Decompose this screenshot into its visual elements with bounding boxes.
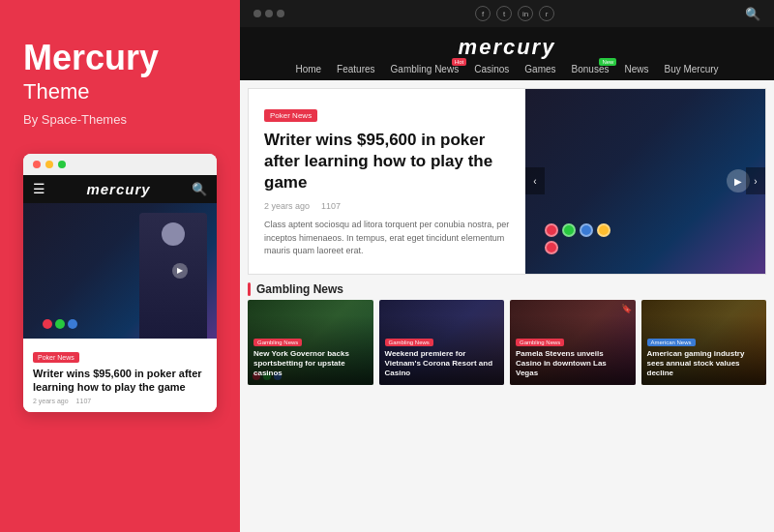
theme-title: Mercury xyxy=(23,39,217,77)
site-dot-1 xyxy=(253,10,261,17)
site-logo: mercury xyxy=(240,35,774,60)
left-panel: Mercury Theme By Space-Themes ☰ mercury … xyxy=(0,0,240,532)
news-card-2-overlay: Gambling News Weekend premiere for Vietn… xyxy=(379,315,505,385)
hamburger-icon[interactable]: ☰ xyxy=(33,181,45,196)
bookmark-icon[interactable]: 🔖 xyxy=(621,304,632,313)
featured-prev-button[interactable]: ‹ xyxy=(525,167,545,194)
site-dot-3 xyxy=(277,10,284,17)
news-card-1-overlay: Gambling News New York Governor backs sp… xyxy=(248,315,373,385)
instagram-icon[interactable]: in xyxy=(518,6,533,21)
mini-article-tag: Poker News xyxy=(33,352,79,363)
mini-search-icon[interactable]: 🔍 xyxy=(192,182,207,196)
news-card-3-title: Pamela Stevens unveils Casino in downtow… xyxy=(516,349,630,379)
mini-browser-bar xyxy=(23,154,217,175)
section-title: Gambling News xyxy=(256,282,343,296)
nav-item-news[interactable]: News xyxy=(624,64,648,74)
site-bar-dots xyxy=(253,10,284,17)
rss-icon[interactable]: r xyxy=(539,6,554,21)
news-card-3[interactable]: 🔖 Gambling News Pamela Stevens unveils C… xyxy=(510,300,636,385)
featured-next-button[interactable]: › xyxy=(746,167,765,194)
nav-item-buy[interactable]: Buy Mercury xyxy=(664,64,718,74)
mini-article-headline: Writer wins $95,600 in poker after learn… xyxy=(33,367,207,395)
nav-item-casinos[interactable]: Casinos xyxy=(474,64,509,74)
news-card-4-tag: American News xyxy=(647,339,696,346)
site-top-bar: f t in r 🔍 xyxy=(240,0,774,27)
news-card-3-tag: Gambling News xyxy=(516,339,564,346)
mini-hero: ▶ xyxy=(23,203,217,339)
site-navigation: Home Features Gambling News Hot Casinos … xyxy=(240,60,774,80)
site-search-icon[interactable]: 🔍 xyxy=(745,7,760,21)
chip-green xyxy=(55,319,65,329)
featured-meta: 2 years ago 1107 xyxy=(264,201,510,211)
nav-item-bonuses[interactable]: Bonuses New xyxy=(572,64,610,74)
site-dot-2 xyxy=(265,10,273,17)
mini-logo: mercury xyxy=(86,181,150,197)
bonuses-badge: New xyxy=(599,58,616,66)
site-logo-bar: mercury xyxy=(240,27,774,60)
news-card-1[interactable]: Gambling News New York Governor backs sp… xyxy=(248,300,373,385)
chip-green-large xyxy=(562,223,576,237)
featured-views: 1107 xyxy=(321,201,341,211)
featured-chips xyxy=(545,223,622,254)
chip-red-large xyxy=(545,223,558,237)
section-header: Gambling News xyxy=(240,275,774,300)
nav-item-home[interactable]: Home xyxy=(295,64,321,74)
nav-item-features[interactable]: Features xyxy=(337,64,374,74)
main-site: f t in r 🔍 mercury Home Features Gamblin… xyxy=(240,0,774,532)
theme-subtitle: Theme xyxy=(23,79,217,104)
mini-browser: ☰ mercury 🔍 ▶ Poker News Writer wins $95… xyxy=(23,154,217,413)
theme-author: By Space-Themes xyxy=(23,112,217,127)
chip-red xyxy=(43,319,52,329)
chip-blue xyxy=(68,319,77,329)
chip-red-large-2 xyxy=(545,241,558,254)
mini-meta-time: 2 years ago xyxy=(33,398,69,404)
featured-headline: Writer wins $95,600 in poker after learn… xyxy=(264,130,510,193)
mini-hero-chips xyxy=(43,319,77,329)
chip-blue-large xyxy=(580,223,593,237)
news-card-4-image: American News American gaming industry s… xyxy=(641,300,767,385)
mini-article-meta: 2 years ago 1107 xyxy=(33,398,207,404)
featured-tag: Poker News xyxy=(264,109,317,122)
nav-item-games[interactable]: Games xyxy=(524,64,555,74)
mini-dot-green xyxy=(58,161,66,168)
news-card-2[interactable]: Gambling News Weekend premiere for Vietn… xyxy=(379,300,505,385)
chip-yellow-large xyxy=(597,223,610,237)
nav-item-gambling-news[interactable]: Gambling News Hot xyxy=(391,64,460,74)
mini-meta-views: 1107 xyxy=(76,398,92,404)
news-card-3-image: 🔖 Gambling News Pamela Stevens unveils C… xyxy=(510,300,636,385)
featured-article: Poker News Writer wins $95,600 in poker … xyxy=(249,89,525,274)
news-card-2-title: Weekend premiere for Vietnam's Corona Re… xyxy=(385,349,499,379)
mini-hero-image: ▶ xyxy=(23,203,217,339)
site-content: Poker News Writer wins $95,600 in poker … xyxy=(240,80,774,532)
news-card-4-title: American gaming industry sees annual sto… xyxy=(647,349,761,379)
news-card-2-tag: Gambling News xyxy=(385,339,433,346)
mini-dot-red xyxy=(33,161,41,168)
news-card-1-tag: Gambling News xyxy=(253,339,302,346)
mini-article-content: Poker News Writer wins $95,600 in poker … xyxy=(23,339,217,413)
site-social-icons: f t in r xyxy=(475,6,554,21)
news-card-1-title: New York Governor backs sportsbetting fo… xyxy=(253,349,368,379)
featured-excerpt: Class aptent sociosqu ad litora torquent… xyxy=(264,219,510,258)
featured-image: ▶ ‹ › xyxy=(525,89,765,274)
news-card-4[interactable]: American News American gaming industry s… xyxy=(641,300,767,385)
news-card-4-overlay: American News American gaming industry s… xyxy=(641,315,767,385)
mini-dot-yellow xyxy=(45,161,53,168)
news-card-1-image: Gambling News New York Governor backs sp… xyxy=(248,300,373,385)
news-grid: Gambling News New York Governor backs sp… xyxy=(240,300,774,393)
news-card-3-overlay: Gambling News Pamela Stevens unveils Cas… xyxy=(510,315,636,385)
mini-site-header: ☰ mercury 🔍 xyxy=(23,175,217,203)
news-card-2-image: Gambling News Weekend premiere for Vietn… xyxy=(379,300,505,385)
gambling-news-badge: Hot xyxy=(452,58,466,66)
featured-section: Poker News Writer wins $95,600 in poker … xyxy=(248,88,766,275)
section-marker xyxy=(248,282,251,296)
featured-time: 2 years ago xyxy=(264,201,310,211)
facebook-icon[interactable]: f xyxy=(475,6,491,21)
play-button[interactable]: ▶ xyxy=(172,263,188,279)
twitter-icon[interactable]: t xyxy=(496,6,512,21)
